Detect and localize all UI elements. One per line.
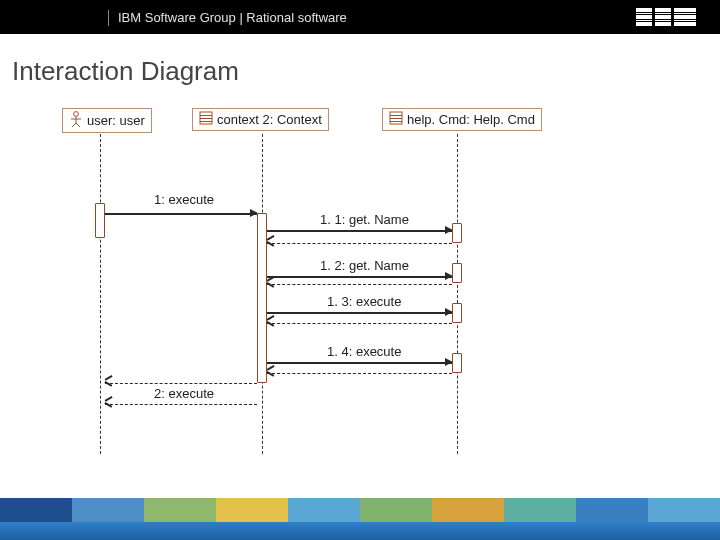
- participant-help-label: help. Cmd: Help. Cmd: [407, 112, 535, 127]
- message-2-arrow: [105, 404, 257, 405]
- arrow-head-icon: [445, 272, 453, 280]
- participant-help: help. Cmd: Help. Cmd: [382, 108, 542, 131]
- message-1-2-label: 1. 2: get. Name: [320, 258, 409, 273]
- page-title: Interaction Diagram: [12, 56, 239, 87]
- ibm-logo-icon: [636, 8, 696, 26]
- message-1-3-arrow: [267, 312, 452, 314]
- component-icon: [389, 111, 403, 128]
- participant-context-label: context 2: Context: [217, 112, 322, 127]
- message-1-label: 1: execute: [154, 192, 214, 207]
- footer-bar: [0, 498, 720, 540]
- footer-bottom-band: [0, 522, 720, 540]
- message-1-4-label: 1. 4: execute: [327, 344, 401, 359]
- activation-help-4: [452, 353, 462, 373]
- activation-help-1: [452, 223, 462, 243]
- footer-graphic: [0, 498, 720, 522]
- participant-context: context 2: Context: [192, 108, 329, 131]
- return-1-4: [267, 373, 452, 374]
- arrow-head-icon: [445, 308, 453, 316]
- header-bar: IBM Software Group | Rational software: [0, 0, 720, 34]
- return-1-1: [267, 243, 452, 244]
- message-1-arrow: [105, 213, 257, 215]
- message-1-1-label: 1. 1: get. Name: [320, 212, 409, 227]
- message-1-3-label: 1. 3: execute: [327, 294, 401, 309]
- message-1-1-arrow: [267, 230, 452, 232]
- activation-help-2: [452, 263, 462, 283]
- interaction-diagram: user: user context 2: Context help. Cmd:…: [62, 108, 622, 468]
- return-1-2: [267, 284, 452, 285]
- actor-icon: [69, 111, 83, 130]
- message-1-2-arrow: [267, 276, 452, 278]
- message-1-4-arrow: [267, 362, 452, 364]
- arrow-head-open-icon: [267, 239, 275, 242]
- header-title: IBM Software Group | Rational software: [118, 10, 347, 25]
- participant-user: user: user: [62, 108, 152, 133]
- message-2-label: 2: execute: [154, 386, 214, 401]
- arrow-head-open-icon: [267, 319, 275, 322]
- participant-user-label: user: user: [87, 113, 145, 128]
- lifeline-user: [100, 134, 101, 454]
- arrow-head-open-icon: [267, 369, 275, 372]
- component-icon: [199, 111, 213, 128]
- arrow-head-icon: [250, 209, 258, 217]
- activation-help-3: [452, 303, 462, 323]
- arrow-head-icon: [445, 226, 453, 234]
- header-divider: [108, 10, 109, 26]
- return-1: [105, 383, 257, 384]
- arrow-head-icon: [445, 358, 453, 366]
- arrow-head-open-icon: [105, 400, 113, 403]
- svg-point-0: [74, 112, 79, 117]
- svg-line-4: [76, 123, 80, 127]
- return-1-3: [267, 323, 452, 324]
- svg-line-3: [72, 123, 76, 127]
- arrow-head-open-icon: [267, 280, 275, 283]
- lifeline-help: [457, 134, 458, 454]
- arrow-head-open-icon: [105, 379, 113, 382]
- activation-user-1: [95, 203, 105, 238]
